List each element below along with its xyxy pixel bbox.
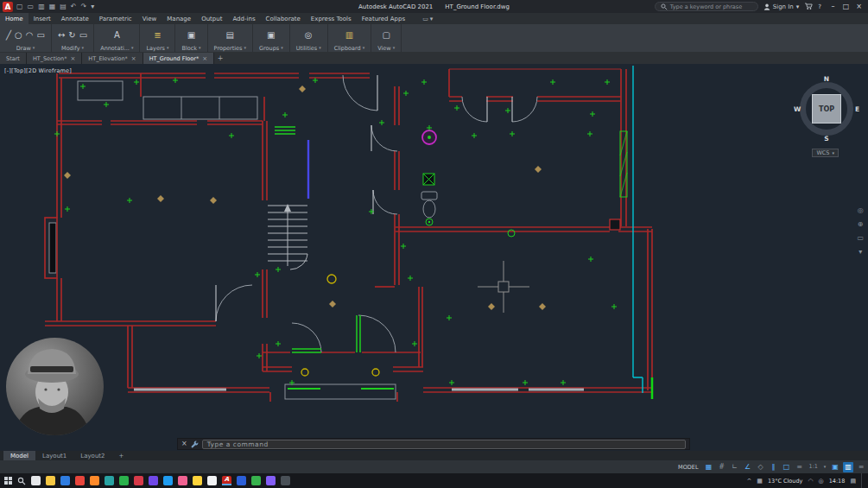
circle-tool-icon[interactable]: ○ [15,31,22,40]
taskbar-icon-autocad[interactable]: A [222,476,231,485]
utilities-tools[interactable]: ◎ [305,26,313,46]
new-drawing-tab-button[interactable]: + [214,53,226,64]
viewcube-north[interactable]: N [824,75,829,83]
text-tool-icon[interactable]: A [114,31,120,40]
close-tab-icon[interactable]: × [202,55,207,62]
rotate-tool-icon[interactable]: ↻ [68,31,75,40]
file-tab-ht-elevation[interactable]: HT_Elevation*× [82,53,143,64]
taskbar-app-icon[interactable] [46,476,55,485]
ortho-toggle[interactable]: ∟ [730,462,740,472]
taskbar-app-icon[interactable] [75,476,85,485]
taskbar-app-icon[interactable] [134,476,143,485]
taskbar-app-icon[interactable] [149,476,158,485]
redo-icon[interactable]: ↷ [81,3,87,10]
ribbon-display-toggle[interactable]: ▭ ▾ [422,13,433,24]
scale-dropdown-icon[interactable]: ▾ [822,462,827,472]
ribbon-tab-insert[interactable]: Insert [29,13,56,24]
measure-tool-icon[interactable]: ◎ [305,31,313,40]
snap-toggle[interactable]: # [717,462,727,472]
rectangle-tool-icon[interactable]: ▭ [37,31,45,40]
viewcube[interactable]: N S W E TOP [794,76,859,142]
taskbar-search-icon[interactable] [17,477,26,485]
ucs-selector[interactable]: WCS ▾ [812,149,839,157]
ribbon-tab-collaborate[interactable]: Collaborate [261,13,306,24]
arc-tool-icon[interactable]: ◠ [26,31,34,40]
draw-tools[interactable]: ╱ ○ ◠ ▭ [6,26,45,46]
line-tool-icon[interactable]: ╱ [6,31,11,40]
help-icon[interactable]: ? [818,3,821,10]
customization-menu-icon[interactable]: ≡ [856,462,866,472]
polar-tracking-toggle[interactable]: ∠ [743,462,753,472]
trim-tool-icon[interactable]: ▭ [79,31,87,40]
viewcube-top-face[interactable]: TOP [812,94,841,124]
clock[interactable]: 14:18 [829,478,846,485]
modify-tools[interactable]: ↔ ↻ ▭ [58,26,87,46]
properties-tools[interactable]: ▤ [226,26,234,46]
taskbar-app-icon[interactable] [266,476,276,485]
viewcube-west[interactable]: W [794,105,801,113]
object-snap-tracking-toggle[interactable]: ∥ [769,462,779,472]
volume-icon[interactable]: ◎ [819,478,824,485]
viewcube-east[interactable]: E [855,105,859,113]
zoom-extents-icon[interactable]: ▭ [857,234,864,242]
group-icon[interactable]: ▣ [267,31,275,40]
taskbar-app-icon[interactable] [90,476,99,485]
annotation-panel-label[interactable]: Annotati...▾ [100,46,133,52]
taskbar-app-icon[interactable] [281,476,290,485]
layout-tab-model[interactable]: Model [3,451,35,460]
viewport-controls[interactable]: [-][Top][2D Wireframe] [4,67,72,74]
taskbar-app-icon[interactable] [207,476,217,485]
ribbon-tab-home[interactable]: Home [0,13,29,24]
view-panel-label[interactable]: View▾ [377,46,395,52]
ribbon-tab-express-tools[interactable]: Express Tools [306,13,357,24]
annotation-visibility-toggle[interactable]: ▣ [830,462,840,472]
block-insert-icon[interactable]: ▣ [187,31,195,40]
draw-panel-label[interactable]: Draw▾ [16,46,35,52]
maximize-button[interactable]: □ [839,0,852,13]
taskbar-app-icon[interactable] [31,476,41,485]
groups-tools[interactable]: ▣ [267,26,275,46]
layout-tab-layout1[interactable]: Layout1 [35,451,73,460]
ribbon-tab-parametric[interactable]: Parametric [94,13,137,24]
ribbon-tab-featured-apps[interactable]: Featured Apps [357,13,410,24]
sign-in-button[interactable]: Sign In ▾ [763,3,800,10]
navigation-wheel-icon[interactable]: ◎ [858,206,864,214]
object-snap-toggle[interactable]: □ [782,462,792,472]
file-tab-ht-section[interactable]: HT_Section*× [27,53,82,64]
properties-icon[interactable]: ▤ [226,31,234,40]
save-icon[interactable]: ▥ [38,3,45,10]
block-panel-label[interactable]: Block▾ [181,46,200,52]
close-tab-icon[interactable]: × [131,55,136,62]
floor-plan-drawing[interactable] [0,64,868,451]
close-button[interactable]: × [852,0,865,13]
ribbon-tab-output[interactable]: Output [196,13,227,24]
layout-tab-layout2[interactable]: Layout2 [73,451,111,460]
model-space-label[interactable]: MODEL [678,464,698,471]
quick-access-dropdown-icon[interactable]: ▾ [91,3,94,10]
search-input[interactable]: Type a keyword or phrase [655,2,758,11]
new-file-icon[interactable]: ▢ [16,3,23,10]
taskbar-app-icon[interactable] [60,476,70,485]
taskbar-app-icon[interactable] [178,476,187,485]
clipboard-panel-label[interactable]: Clipboard▾ [334,46,365,52]
undo-icon[interactable]: ↶ [71,3,77,10]
customize-wrench-icon[interactable] [191,440,199,448]
view-tools[interactable]: ▢ [382,26,390,46]
taskbar-app-icon[interactable] [193,476,202,485]
taskbar-app-icon[interactable] [163,476,173,485]
layers-tools[interactable]: ≣ [154,26,161,46]
layers-panel-label[interactable]: Layers▾ [146,46,168,52]
tray-expand-icon[interactable]: ^ [746,478,751,485]
pan-icon[interactable]: ⊕ [858,220,864,228]
lineweight-toggle[interactable]: ≡ [795,462,805,472]
isolate-objects-toggle[interactable]: ▥ [843,462,853,472]
plot-icon[interactable]: ▤ [60,3,67,10]
new-layout-button[interactable]: + [112,451,131,460]
file-tab-ht-ground-floor[interactable]: HT_Ground Floor*× [143,53,214,64]
command-input[interactable]: Type a command [202,440,686,449]
notification-icon[interactable]: ▤ [850,478,856,485]
ribbon-tab-manage[interactable]: Manage [162,13,196,24]
clipboard-paste-icon[interactable]: ▥ [345,31,353,40]
ribbon-tab-annotate[interactable]: Annotate [56,13,94,24]
annotation-scale-selector[interactable]: 1:1 [808,462,820,472]
